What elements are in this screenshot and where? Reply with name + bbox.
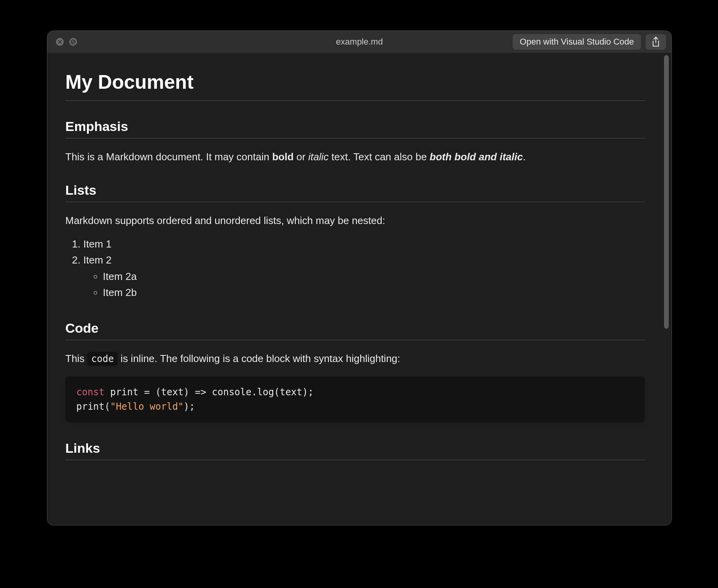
preview-window: example.md Open with Visual Studio Code … xyxy=(47,30,672,525)
unordered-list: Item 2a Item 2b xyxy=(83,269,645,301)
heading-code: Code xyxy=(65,321,645,340)
window-controls xyxy=(47,38,77,46)
titlebar: example.md Open with Visual Studio Code xyxy=(47,31,671,53)
share-button[interactable] xyxy=(646,34,666,50)
text: is inline. The following is a code block… xyxy=(118,353,400,364)
italic-text: italic xyxy=(308,151,328,163)
ordered-list: Item 1 Item 2 Item 2a Item 2b xyxy=(65,236,645,303)
share-icon xyxy=(652,37,660,47)
code-text: print = (text) => console.log(text); xyxy=(104,387,314,398)
text: This xyxy=(65,353,87,364)
bold-text: bold xyxy=(272,151,294,163)
open-with-button[interactable]: Open with Visual Studio Code xyxy=(513,34,641,50)
code-block: const print = (text) => console.log(text… xyxy=(65,376,645,423)
bold-italic-text: both bold and italic xyxy=(430,151,523,163)
text: text. Text can also be xyxy=(328,151,429,163)
heading-1: My Document xyxy=(65,71,645,101)
code-keyword: const xyxy=(76,387,104,398)
paragraph-lists: Markdown supports ordered and unordered … xyxy=(65,213,645,228)
text: . xyxy=(523,151,526,163)
close-icon[interactable] xyxy=(56,38,64,46)
disabled-icon[interactable] xyxy=(69,38,77,46)
scrollbar-thumb[interactable] xyxy=(664,55,669,329)
titlebar-actions: Open with Visual Studio Code xyxy=(513,31,666,53)
heading-emphasis: Emphasis xyxy=(65,119,645,138)
code-text: print( xyxy=(76,401,110,412)
code-text: ); xyxy=(184,401,195,412)
svg-line-3 xyxy=(72,40,74,43)
text: This is a Markdown document. It may cont… xyxy=(65,151,272,163)
list-item: Item 2b xyxy=(103,285,645,301)
heading-lists: Lists xyxy=(65,183,645,202)
paragraph-code: This code is inline. The following is a … xyxy=(65,351,645,366)
inline-code: code xyxy=(87,352,118,366)
text: or xyxy=(294,151,309,163)
scrollbar[interactable] xyxy=(663,55,670,523)
code-string: "Hello world" xyxy=(110,401,184,412)
list-item: Item 2a xyxy=(103,269,645,285)
heading-links: Links xyxy=(65,441,645,460)
list-item: Item 2 Item 2a Item 2b xyxy=(83,252,645,303)
list-item: Item 1 xyxy=(83,236,645,252)
document-content: My Document Emphasis This is a Markdown … xyxy=(47,53,663,525)
paragraph-emphasis: This is a Markdown document. It may cont… xyxy=(65,149,645,165)
